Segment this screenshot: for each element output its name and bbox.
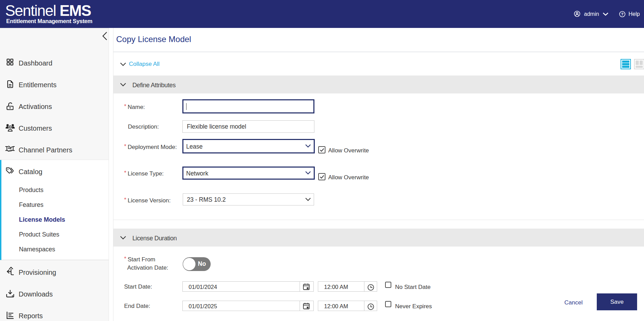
svg-text:?: ?	[621, 12, 623, 16]
